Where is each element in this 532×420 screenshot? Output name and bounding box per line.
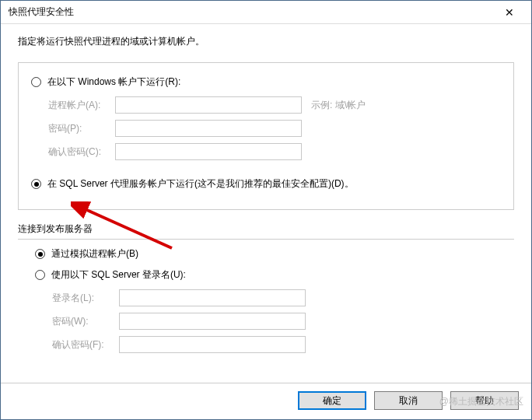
close-icon: ✕: [505, 6, 514, 19]
radio-sql-agent[interactable]: [31, 179, 41, 189]
login-label: 登录名(L):: [52, 292, 119, 305]
connect-confirm-row: 确认密码(F):: [52, 336, 514, 353]
radio-sql-agent-row[interactable]: 在 SQL Server 代理服务帐户下运行(这不是我们推荐的最佳安全配置)(D…: [31, 177, 501, 191]
radio-impersonate-row[interactable]: 通过模拟进程帐户(B): [35, 247, 514, 261]
ok-button[interactable]: 确定: [298, 391, 366, 410]
radio-windows-account-row[interactable]: 在以下 Windows 帐户下运行(R):: [31, 75, 501, 89]
connect-password-input[interactable]: [119, 313, 306, 330]
radio-sql-agent-label: 在 SQL Server 代理服务帐户下运行(这不是我们推荐的最佳安全配置)(D…: [47, 177, 354, 191]
process-account-label: 进程帐户(A):: [48, 99, 115, 112]
password-row: 密码(P):: [48, 120, 501, 137]
connect-password-label: 密码(W):: [52, 315, 119, 328]
radio-impersonate[interactable]: [35, 249, 45, 259]
radio-sql-login[interactable]: [35, 270, 45, 280]
process-account-hint: 示例: 域\帐户: [311, 99, 366, 112]
process-account-input[interactable]: [115, 96, 302, 114]
radio-sql-login-row[interactable]: 使用以下 SQL Server 登录名(U):: [35, 268, 514, 282]
connect-confirm-label: 确认密码(F):: [52, 338, 119, 352]
instruction-text: 指定将运行快照代理进程的域或计算机帐户。: [18, 35, 514, 48]
password-input[interactable]: [115, 120, 302, 137]
connect-confirm-input[interactable]: [119, 336, 306, 353]
connect-section-label: 连接到发布服务器: [18, 222, 514, 236]
close-button[interactable]: ✕: [494, 2, 525, 23]
run-as-group: 在以下 Windows 帐户下运行(R): 进程帐户(A): 示例: 域\帐户 …: [18, 62, 514, 210]
login-row: 登录名(L):: [52, 289, 514, 306]
confirm-password-label: 确认密码(C):: [48, 145, 115, 159]
button-bar: 确定 取消 帮助 @稀土掘金技术社区: [1, 383, 531, 419]
cancel-button[interactable]: 取消: [374, 391, 443, 410]
dialog-content: 指定将运行快照代理进程的域或计算机帐户。 在以下 Windows 帐户下运行(R…: [1, 24, 531, 353]
login-input[interactable]: [119, 289, 306, 306]
confirm-password-row: 确认密码(C):: [48, 143, 501, 160]
radio-windows-account[interactable]: [31, 77, 41, 87]
confirm-password-input[interactable]: [115, 143, 302, 160]
process-account-row: 进程帐户(A): 示例: 域\帐户: [48, 96, 501, 114]
section-divider: [18, 239, 514, 240]
radio-windows-account-label: 在以下 Windows 帐户下运行(R):: [47, 75, 180, 89]
help-button[interactable]: 帮助: [450, 391, 519, 410]
titlebar: 快照代理安全性 ✕: [1, 1, 531, 24]
radio-sql-login-label: 使用以下 SQL Server 登录名(U):: [51, 268, 186, 282]
connect-options: 通过模拟进程帐户(B) 使用以下 SQL Server 登录名(U): 登录名(…: [35, 247, 514, 353]
connect-password-row: 密码(W):: [52, 313, 514, 330]
dialog-title: 快照代理安全性: [9, 5, 494, 19]
dialog-window: 快照代理安全性 ✕ 指定将运行快照代理进程的域或计算机帐户。 在以下 Windo…: [0, 0, 532, 420]
radio-impersonate-label: 通过模拟进程帐户(B): [51, 247, 138, 261]
password-label: 密码(P):: [48, 122, 115, 135]
